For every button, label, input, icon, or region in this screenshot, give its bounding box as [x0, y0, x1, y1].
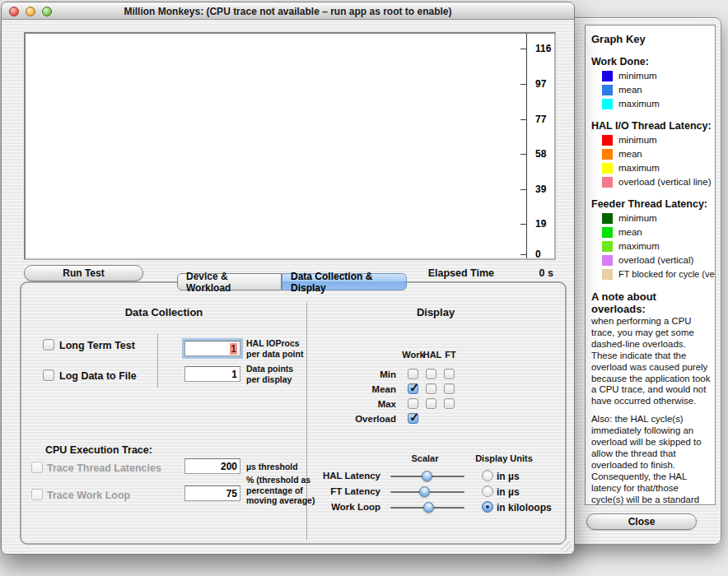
min-ft-checkbox[interactable] — [444, 369, 455, 379]
mean-ft-checkbox[interactable] — [444, 383, 455, 394]
titlebar: Million Monkeys: (CPU trace not availabl… — [2, 2, 574, 20]
slider-thumb[interactable] — [422, 471, 432, 481]
scalar-header: Scalar — [396, 453, 454, 463]
work-loop-label: Work Loop — [310, 502, 380, 512]
axis-tick — [520, 84, 526, 85]
axis-tick-label: 77 — [535, 114, 570, 125]
ft-max-swatch — [602, 241, 613, 252]
hal-overload-swatch — [602, 177, 613, 188]
slider-thumb[interactable] — [423, 502, 434, 513]
axis-tick-label: 97 — [535, 78, 570, 90]
min-row-label: Min — [327, 369, 396, 379]
percent-threshold-field[interactable]: 75 — [184, 485, 240, 501]
close-button[interactable]: Close — [586, 513, 697, 530]
hal-in-us-radio[interactable] — [482, 470, 493, 481]
min-hal-checkbox[interactable] — [426, 369, 436, 379]
legend-item: mean — [602, 84, 711, 95]
max-work-checkbox[interactable] — [408, 398, 418, 409]
hal-latency-label: HAL Latency — [310, 471, 380, 481]
overload-row-label: Overload — [327, 414, 396, 424]
ft-column-header: FT — [439, 350, 462, 360]
legend-item: mean — [602, 148, 711, 160]
legend-item: overload (vertical line) — [602, 176, 711, 188]
tab-data-collection-display[interactable]: Data Collection & Display — [282, 273, 407, 290]
slider-thumb[interactable] — [419, 486, 430, 497]
axis-tick-label: 39 — [535, 183, 570, 195]
resize-grip[interactable] — [561, 541, 572, 551]
legend-item: FT blocked for cycle (vertical) — [602, 268, 711, 280]
mean-work-checkbox[interactable] — [408, 383, 418, 394]
ft-blocked-swatch — [602, 269, 613, 280]
trace-thread-latencies-checkbox[interactable] — [31, 462, 43, 473]
cpu-execution-trace-title: CPU Execution Trace: — [45, 444, 152, 456]
axis-tick — [520, 49, 526, 49]
elapsed-time-value: 0 s — [539, 267, 553, 279]
ft-in-us-label: in µs — [497, 486, 520, 498]
data-points-field[interactable]: 1 — [184, 366, 240, 382]
work-min-swatch — [602, 71, 613, 81]
axis-tick — [520, 119, 526, 120]
elapsed-time-label: Elapsed Time — [428, 267, 494, 279]
max-row-label: Max — [327, 399, 396, 409]
trace-work-loop-checkbox[interactable] — [31, 489, 43, 500]
work-mean-swatch — [602, 85, 613, 95]
hal-latency-slider[interactable] — [390, 476, 464, 477]
axis-tick-label: 58 — [535, 148, 570, 160]
axis-tick — [520, 254, 526, 255]
mean-row-label: Mean — [327, 384, 396, 394]
work-loop-slider[interactable] — [390, 507, 464, 509]
max-ft-checkbox[interactable] — [444, 398, 455, 409]
axis-tick — [520, 224, 526, 225]
display-units-header: Display Units — [471, 453, 537, 463]
hal-ioprocs-field[interactable]: 1 — [184, 341, 240, 356]
feeder-latency-heading: Feeder Thread Latency: — [591, 198, 711, 210]
hal-min-swatch — [602, 135, 613, 146]
data-collection-title: Data Collection — [20, 306, 308, 318]
legend-item: minimum — [602, 212, 711, 224]
data-points-label: Data points per display — [246, 364, 293, 384]
mean-hal-checkbox[interactable] — [426, 383, 436, 394]
overload-note-body: when performing a CPU trace, you may get… — [591, 316, 711, 407]
legend-item: overload (vertical) — [602, 254, 711, 266]
tab-device-workload[interactable]: Device & Workload — [177, 273, 282, 290]
overload-work-checkbox[interactable] — [408, 413, 418, 424]
axis-tick-label: 116 — [535, 43, 570, 54]
log-data-to-file-label: Log Data to File — [59, 370, 137, 382]
max-hal-checkbox[interactable] — [426, 398, 436, 409]
ft-in-us-radio[interactable] — [482, 485, 493, 497]
graph-key-title: Graph Key — [591, 33, 711, 45]
ft-latency-label: FT Latency — [310, 486, 380, 496]
axis-tick — [520, 189, 526, 190]
long-term-test-checkbox[interactable] — [43, 339, 54, 351]
ft-min-swatch — [602, 213, 613, 224]
ft-latency-slider[interactable] — [390, 491, 464, 493]
work-done-heading: Work Done: — [591, 56, 711, 67]
graph-y-axis — [526, 34, 527, 258]
legend-item: minimum — [602, 134, 711, 146]
overload-note-body-2: Also: the HAL cycle(s) immediately follo… — [591, 414, 711, 505]
hal-max-swatch — [602, 163, 613, 174]
ft-mean-swatch — [602, 227, 613, 238]
work-loop-kiloloops-label: in kiloloops — [497, 502, 552, 513]
hal-latency-heading: HAL I/O Thread Latency: — [591, 120, 711, 132]
main-window: Million Monkeys: (CPU trace not availabl… — [1, 2, 575, 555]
hal-in-us-label: in µs — [497, 471, 520, 482]
hal-ioprocs-label: HAL IOProcs per data point — [246, 338, 303, 359]
hal-mean-swatch — [602, 149, 613, 160]
axis-tick-label: 0 — [535, 249, 570, 260]
work-loop-kiloloops-radio[interactable] — [482, 501, 493, 513]
legend-item: minimum — [602, 70, 711, 81]
overload-note-title: A note about overloads: — [591, 290, 711, 315]
legend-item: maximum — [602, 162, 711, 174]
us-threshold-field[interactable]: 200 — [184, 458, 240, 474]
field-group-divider — [157, 333, 158, 388]
trace-work-loop-label: Trace Work Loop — [47, 490, 130, 501]
long-term-test-label: Long Term Test — [59, 340, 135, 351]
log-data-to-file-checkbox[interactable] — [43, 369, 54, 381]
work-max-swatch — [602, 99, 613, 109]
run-test-button[interactable]: Run Test — [24, 265, 143, 281]
axis-tick — [520, 154, 526, 155]
window-body: 116 97 77 58 39 19 0 Run Test Elapsed Ti… — [2, 20, 574, 554]
legend-item: mean — [602, 226, 711, 238]
min-work-checkbox[interactable] — [408, 369, 418, 379]
